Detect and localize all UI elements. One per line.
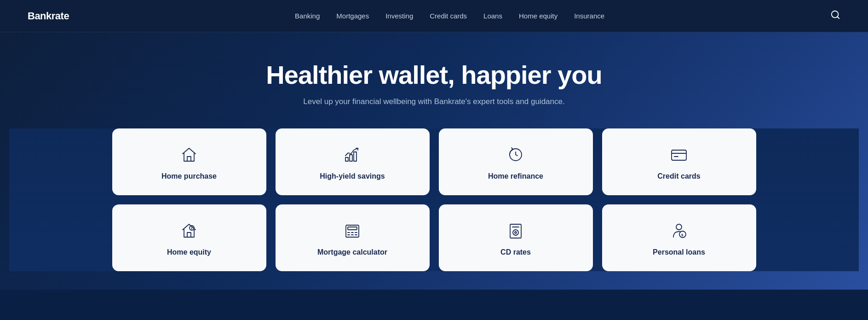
cards-row-1: Home purchase High-yield savings — [112, 128, 756, 195]
nav-investing[interactable]: Investing — [385, 12, 413, 20]
cards-row-2: $ Home equity — [112, 204, 756, 271]
card-high-yield-savings-label: High-yield savings — [320, 172, 385, 180]
card-home-refinance-label: Home refinance — [488, 172, 543, 180]
svg-text:$: $ — [681, 233, 684, 237]
high-yield-savings-icon — [343, 145, 362, 166]
svg-rect-4 — [350, 155, 352, 161]
card-credit-cards[interactable]: Credit cards — [602, 128, 756, 195]
card-credit-cards-label: Credit cards — [657, 172, 700, 180]
svg-rect-7 — [672, 150, 686, 160]
svg-point-24 — [515, 232, 517, 233]
home-purchase-icon — [180, 145, 198, 166]
svg-rect-5 — [354, 152, 356, 161]
home-refinance-icon — [506, 145, 525, 166]
credit-cards-icon — [670, 145, 688, 166]
card-mortgage-calculator[interactable]: Mortgage calculator — [276, 204, 430, 271]
logo[interactable]: Bankrate — [28, 10, 69, 22]
nav-mortgages[interactable]: Mortgages — [336, 12, 369, 20]
hero-subtitle: Level up your financial wellbeing with B… — [9, 97, 859, 106]
header: Bankrate Banking Mortgages Investing Cre… — [0, 0, 868, 32]
svg-rect-10 — [187, 233, 191, 237]
nav-home-equity[interactable]: Home equity — [519, 12, 558, 20]
mortgage-calculator-icon — [343, 221, 362, 242]
svg-rect-3 — [345, 157, 348, 161]
svg-rect-21 — [510, 224, 521, 238]
card-home-purchase[interactable]: Home purchase — [112, 128, 266, 195]
card-home-equity[interactable]: $ Home equity — [112, 204, 266, 271]
nav-insurance[interactable]: Insurance — [574, 12, 604, 20]
card-home-refinance[interactable]: Home refinance — [439, 128, 593, 195]
card-personal-loans-label: Personal loans — [653, 248, 705, 256]
card-personal-loans[interactable]: $ Personal loans — [602, 204, 756, 271]
home-equity-icon: $ — [180, 221, 198, 242]
cd-rates-icon — [506, 221, 525, 242]
hero-section: Healthier wallet, happier you Level up y… — [0, 32, 868, 290]
search-icon[interactable] — [830, 10, 840, 22]
card-cd-rates[interactable]: CD rates — [439, 204, 593, 271]
nav-credit-cards[interactable]: Credit cards — [430, 12, 467, 20]
svg-point-25 — [676, 224, 682, 230]
svg-rect-14 — [348, 227, 357, 230]
main-nav: Banking Mortgages Investing Credit cards… — [295, 12, 604, 20]
nav-banking[interactable]: Banking — [295, 12, 320, 20]
nav-loans[interactable]: Loans — [483, 12, 502, 20]
svg-point-22 — [513, 230, 518, 235]
svg-line-1 — [837, 17, 839, 18]
card-mortgage-calculator-label: Mortgage calculator — [317, 248, 387, 256]
card-high-yield-savings[interactable]: High-yield savings — [276, 128, 430, 195]
hero-title: Healthier wallet, happier you — [9, 60, 859, 90]
card-home-equity-label: Home equity — [167, 248, 211, 256]
card-home-purchase-label: Home purchase — [161, 172, 217, 180]
personal-loans-icon: $ — [670, 221, 688, 242]
svg-rect-2 — [187, 157, 191, 161]
card-cd-rates-label: CD rates — [500, 248, 531, 256]
cards-section: Home purchase High-yield savings — [9, 128, 859, 271]
